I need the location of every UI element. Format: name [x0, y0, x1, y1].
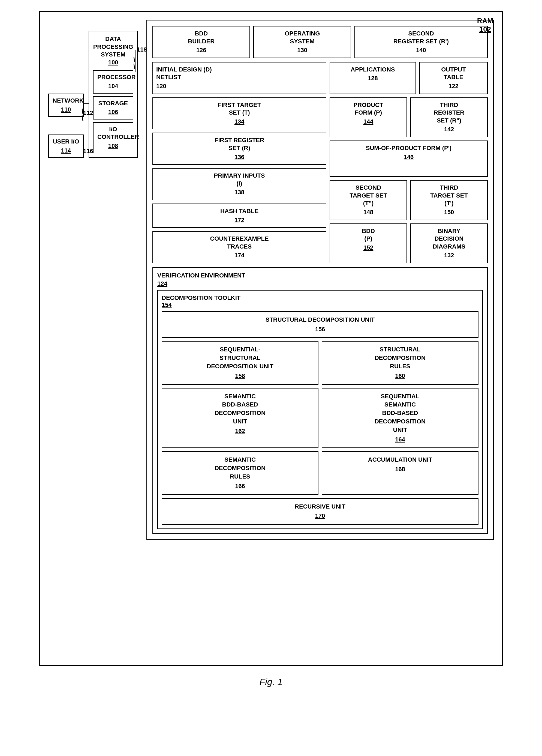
- right-section: BDDBUILDER 126 OPERATINGSYSTEM 130 SECON…: [146, 20, 494, 657]
- decomp-grid: SEQUENTIAL-STRUCTURALDECOMPOSITION UNIT …: [162, 341, 478, 525]
- bdd-binary-row: BDD(P) 152 BINARYDECISIONDIAGRAMS 132: [329, 223, 488, 263]
- semantic-bdd-box: SEMANTICBDD-BASEDDECOMPOSITIONUNIT 162: [162, 388, 318, 448]
- verification-box: VERIFICATION ENVIRONMENT 124 DECOMPOSITI…: [152, 267, 488, 534]
- first-target-set-label: FIRST TARGETSET (T): [218, 101, 261, 116]
- dps-label: DATA PROCESSING SYSTEM 100: [93, 35, 133, 66]
- line-112-label: 112: [83, 109, 93, 116]
- bdd-builder-box: BDDBUILDER 126: [152, 26, 250, 58]
- decomp-toolkit-number-row: 154: [162, 301, 478, 309]
- semantic-bdd-number: 162: [166, 427, 314, 435]
- structural-decomp-rules-label: STRUCTURALDECOMPOSITIONRULES: [374, 346, 426, 370]
- first-register-set-number: 136: [157, 153, 322, 161]
- apps-output-row: APPLICATIONS 128 OUTPUTTABLE 122: [329, 62, 488, 94]
- third-register-set-box: THIRDREGISTERSET (R") 142: [410, 97, 488, 137]
- third-target-set-number: 150: [415, 208, 483, 216]
- io-controller-number: 108: [97, 142, 129, 150]
- output-table-label: OUTPUTTABLE: [441, 66, 466, 81]
- line-118-number: 118: [137, 46, 147, 53]
- initial-design-number: 120: [156, 82, 322, 90]
- counterexample-number: 174: [157, 252, 322, 259]
- second-target-set-box: SECONDTARGET SET(T") 148: [329, 180, 407, 220]
- bdd-p-box: BDD(P) 152: [329, 223, 407, 263]
- applications-label: APPLICATIONS: [350, 66, 395, 73]
- second-target-set-number: 148: [334, 208, 403, 216]
- primary-inputs-box: PRIMARY INPUTS(I) 138: [152, 168, 326, 200]
- accumulation-unit-box: ACCUMULATION UNIT 168: [322, 451, 478, 495]
- third-target-set-box: THIRDTARGET SET(T') 150: [410, 180, 488, 220]
- user-io-number: 114: [53, 147, 79, 155]
- structural-decomp-label: STRUCTURAL DECOMPOSITION UNIT: [266, 316, 374, 323]
- seq-structural-decomp-number: 158: [166, 372, 314, 380]
- recursive-unit-box: RECURSIVE UNIT 170: [162, 498, 478, 525]
- accumulation-unit-number: 168: [326, 465, 474, 474]
- decomp-toolkit-label: DECOMPOSITION TOOLKIT: [162, 294, 241, 301]
- second-third-target-row: SECONDTARGET SET(T") 148 THIRDTARGET SET…: [329, 180, 488, 220]
- third-target-set-label: THIRDTARGET SET(T'): [430, 184, 468, 207]
- second-register-set-label: SECONDREGISTER SET (R'): [393, 30, 449, 45]
- h-line-user: [84, 143, 89, 143]
- storage-number: 106: [97, 108, 129, 116]
- semantic-bdd-label: SEMANTICBDD-BASEDDECOMPOSITIONUNIT: [215, 393, 266, 425]
- recursive-unit-label: RECURSIVE UNIT: [295, 503, 345, 510]
- top-row: BDDBUILDER 126 OPERATINGSYSTEM 130 SECON…: [152, 26, 488, 58]
- line-118-label: 118: [137, 46, 147, 53]
- hash-table-box: HASH TABLE 172: [152, 204, 326, 228]
- network-box: NETWORK 110: [48, 94, 84, 117]
- applications-number: 128: [334, 74, 412, 82]
- sum-of-product-box: SUM-OF-PRODUCT FORM (P') 146: [329, 141, 488, 177]
- figure-caption: Fig. 1: [259, 677, 282, 687]
- user-io-box: USER I/O 114: [48, 135, 84, 158]
- ram-inner: BDDBUILDER 126 OPERATINGSYSTEM 130 SECON…: [146, 20, 494, 540]
- sum-of-product-number: 146: [334, 153, 483, 161]
- output-table-number: 122: [424, 82, 483, 90]
- third-register-set-number: 142: [415, 125, 483, 133]
- user-io-label: USER I/O: [53, 138, 79, 145]
- processor-box: PROCESSOR 104: [93, 70, 133, 93]
- seq-semantic-bdd-label: SEQUENTIALSEMANTICBDD-BASEDDECOMPOSITION…: [374, 393, 426, 433]
- hash-table-number: 172: [157, 216, 322, 224]
- structural-decomp-number: 156: [166, 325, 474, 334]
- dps-text: DATA PROCESSING SYSTEM: [93, 35, 133, 58]
- decomp-toolkit-number: 154: [162, 301, 172, 308]
- fig-caption-text: Fig. 1: [259, 677, 282, 687]
- bdd-builder-number: 126: [157, 46, 246, 54]
- third-register-set-label: THIRDREGISTERSET (R"): [434, 101, 464, 124]
- product-form-number: 144: [334, 118, 403, 126]
- sum-of-product-label: SUM-OF-PRODUCT FORM (P'): [366, 145, 451, 151]
- processor-label: PROCESSOR: [97, 74, 136, 80]
- semantic-decomp-rules-box: SEMANTICDECOMPOSITIONRULES 166: [162, 451, 318, 495]
- counterexample-box: COUNTEREXAMPLETRACES 174: [152, 231, 326, 263]
- line-116-v: [84, 143, 84, 159]
- storage-label: STORAGE: [98, 100, 128, 107]
- first-target-set-number: 134: [157, 118, 322, 126]
- line-112-number: 112: [83, 109, 93, 116]
- line-116-number: 116: [83, 148, 93, 154]
- product-form-label: PRODUCTFORM (P): [353, 101, 383, 116]
- data-processing-box: DATA PROCESSING SYSTEM 100 PROCESSOR 104…: [89, 31, 138, 158]
- second-register-set-box: SECONDREGISTER SET (R') 140: [354, 26, 488, 58]
- bdd-p-number: 152: [334, 244, 403, 252]
- h-line-network: [84, 103, 89, 104]
- line-116-label: 116: [83, 148, 93, 155]
- primary-inputs-number: 138: [157, 189, 322, 196]
- first-register-set-label: FIRST REGISTERSET (R): [215, 137, 264, 151]
- first-register-set-box: FIRST REGISTERSET (R) 136: [152, 133, 326, 165]
- accumulation-unit-label: ACCUMULATION UNIT: [368, 456, 432, 463]
- dps-inner: PROCESSOR 104 STORAGE 106 I/O CONTROLLER…: [93, 70, 133, 153]
- product-third-row: PRODUCTFORM (P) 144 THIRDREGISTERSET (R"…: [329, 97, 488, 137]
- io-controller-label: I/O CONTROLLER: [97, 126, 139, 141]
- seq-structural-decomp-label: SEQUENTIAL-STRUCTURALDECOMPOSITION UNIT: [207, 346, 273, 370]
- network-label: NETWORK: [53, 97, 84, 104]
- operating-system-number: 130: [258, 46, 346, 54]
- seq-semantic-bdd-box: SEQUENTIALSEMANTICBDD-BASEDDECOMPOSITION…: [322, 388, 478, 448]
- diagram-wrapper: RAM 102 NETWORK 110 USER I/O 114 DATA PR…: [11, 11, 531, 687]
- middle-area: INITIAL DESIGN (D)NETLIST 120 FIRST TARG…: [152, 62, 488, 263]
- dps-number: 100: [93, 59, 133, 67]
- network-number: 110: [53, 106, 79, 114]
- structural-decomp-rules-number: 160: [326, 372, 474, 380]
- processor-number: 104: [97, 82, 129, 90]
- seq-semantic-bdd-number: 164: [326, 435, 474, 444]
- recursive-unit-number: 170: [166, 512, 474, 520]
- second-register-set-number: 140: [359, 46, 483, 54]
- binary-decision-box: BINARYDECISIONDIAGRAMS 132: [410, 223, 488, 263]
